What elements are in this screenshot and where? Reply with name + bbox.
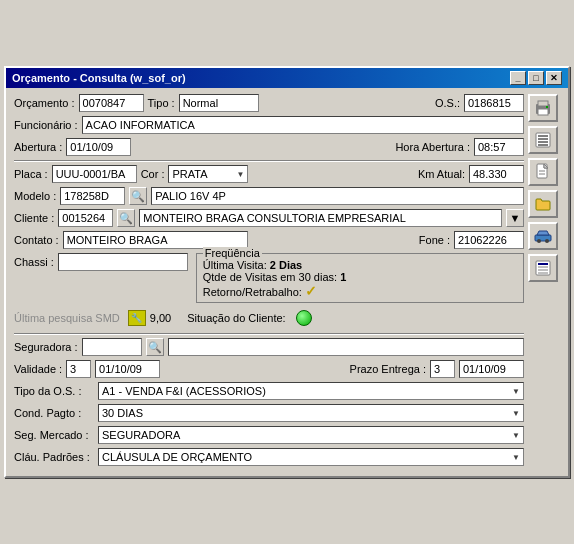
orcamento-value: 0070847	[83, 97, 126, 109]
row-placa: Placa : UUU-0001/BA Cor : PRATA ▼ Km Atu…	[14, 165, 524, 183]
contato-label: Contato :	[14, 234, 59, 246]
frequencia-label: Freqüência	[203, 247, 262, 259]
cond-pagto-value: 30 DIAS	[102, 407, 143, 419]
row-orcamento: Orçamento : 0070847 Tipo : Normal O.S.: …	[14, 94, 524, 112]
chassi-label: Chassi :	[14, 256, 54, 268]
row-clausula: Cláu. Padrões : CLÁUSULA DE ORÇAMENTO ▼	[14, 448, 524, 466]
situacao-indicator	[296, 310, 312, 326]
sidebar-btn-2[interactable]	[528, 126, 558, 154]
svg-point-15	[545, 239, 549, 243]
smd-section: 🔧 9,00	[128, 310, 171, 326]
prazo-num-field: 3	[430, 360, 455, 378]
row-contato: Contato : MONTEIRO BRAGA Fone : 21062226	[14, 231, 524, 249]
tipo-os-label: Tipo da O.S. :	[14, 385, 94, 397]
seg-mercado-label: Seg. Mercado :	[14, 429, 94, 441]
modelo-desc: PALIO 16V 4P	[155, 190, 226, 202]
svg-point-14	[537, 239, 541, 243]
seguradora-search-button[interactable]: 🔍	[146, 338, 164, 356]
cliente-label: Cliente :	[14, 212, 54, 224]
main-form: Orçamento : 0070847 Tipo : Normal O.S.: …	[14, 94, 524, 470]
title-bar: Orçamento - Consulta (w_sof_or) _ □ ✕	[6, 68, 568, 88]
os-field: 0186815	[464, 94, 524, 112]
sidebar-btn-6[interactable]	[528, 254, 558, 282]
validade-label: Validade :	[14, 363, 62, 375]
tipo-label: Tipo :	[148, 97, 175, 109]
divider-1	[14, 160, 524, 161]
hora-abertura-field: 08:57	[474, 138, 524, 156]
modelo-label: Modelo :	[14, 190, 56, 202]
seguradora-code-field	[82, 338, 142, 356]
cond-pagto-dropdown[interactable]: 30 DIAS ▼	[98, 404, 524, 422]
tipo-value: Normal	[183, 97, 218, 109]
os-label: O.S.:	[435, 97, 460, 109]
fone-field: 21062226	[454, 231, 524, 249]
abertura-label: Abertura :	[14, 141, 62, 153]
frequencia-content: Última Visita: 2 Dias Qtde de Visitas em…	[203, 257, 517, 299]
os-value: 0186815	[468, 97, 511, 109]
tipo-os-arrow: ▼	[512, 387, 520, 396]
minimize-button[interactable]: _	[510, 71, 526, 85]
chassi-field	[58, 253, 188, 271]
fone-label: Fone :	[419, 234, 450, 246]
smd-label: Última pesquisa SMD	[14, 312, 120, 324]
validade-num-field: 3	[66, 360, 91, 378]
clausula-label: Cláu. Padrões :	[14, 451, 94, 463]
sidebar-btn-5[interactable]	[528, 222, 558, 250]
sidebar-btn-3[interactable]	[528, 158, 558, 186]
smd-icon: 🔧	[128, 310, 146, 326]
seg-mercado-dropdown[interactable]: SEGURADORA ▼	[98, 426, 524, 444]
clausula-arrow: ▼	[512, 453, 520, 462]
cliente-value: 0015264	[62, 212, 105, 224]
row-tipo-os: Tipo da O.S. : A1 - VENDA F&I (ACESSORIO…	[14, 382, 524, 400]
orcamento-label: Orçamento :	[14, 97, 75, 109]
window-title: Orçamento - Consulta (w_sof_or)	[12, 72, 186, 84]
seguradora-name-field	[168, 338, 524, 356]
chassi-group: Chassi :	[14, 253, 188, 271]
cor-dropdown[interactable]: PRATA ▼	[168, 165, 248, 183]
svg-rect-1	[538, 101, 548, 106]
content-area: Orçamento : 0070847 Tipo : Normal O.S.: …	[6, 88, 568, 476]
cond-pagto-label: Cond. Pagto :	[14, 407, 94, 419]
maximize-button[interactable]: □	[528, 71, 544, 85]
row-funcionario: Funcionário : ACAO INFORMATICA	[14, 116, 524, 134]
row-cond-pagto: Cond. Pagto : 30 DIAS ▼	[14, 404, 524, 422]
seguradora-label: Seguradora :	[14, 341, 78, 353]
modelo-search-button[interactable]: 🔍	[129, 187, 147, 205]
placa-value: UUU-0001/BA	[56, 168, 126, 180]
cliente-field: 0015264	[58, 209, 113, 227]
divider-2	[14, 333, 524, 334]
prazo-num: 3	[434, 363, 440, 375]
tipo-os-dropdown[interactable]: A1 - VENDA F&I (ACESSORIOS) ▼	[98, 382, 524, 400]
situacao-label: Situação do Cliente:	[187, 312, 285, 324]
qtde-visitas-row: Qtde de Visitas em 30 dias: 1	[203, 271, 517, 283]
contato-value: MONTEIRO BRAGA	[67, 234, 168, 246]
tipo-os-value: A1 - VENDA F&I (ACESSORIOS)	[102, 385, 266, 397]
cond-pagto-arrow: ▼	[512, 409, 520, 418]
title-bar-buttons: _ □ ✕	[510, 71, 562, 85]
abertura-field: 01/10/09	[66, 138, 131, 156]
row-chassi-freq: Chassi : Freqüência Última Visita: 2 Dia…	[14, 253, 524, 303]
svg-rect-2	[538, 109, 548, 115]
cliente-search-button[interactable]: 🔍	[117, 209, 135, 227]
sidebar-btn-4[interactable]	[528, 190, 558, 218]
validade-date-field: 01/10/09	[95, 360, 160, 378]
seg-mercado-arrow: ▼	[512, 431, 520, 440]
close-button[interactable]: ✕	[546, 71, 562, 85]
ultima-visita-row: Última Visita: 2 Dias	[203, 259, 517, 271]
clausula-value: CLÁUSULA DE ORÇAMENTO	[102, 451, 252, 463]
retorno-label: Retorno/Retrabalho:	[203, 286, 302, 298]
cliente-extra-button[interactable]: ▼	[506, 209, 524, 227]
tipo-field: Normal	[179, 94, 259, 112]
km-field: 48.330	[469, 165, 524, 183]
row-smd: Última pesquisa SMD 🔧 9,00 Situação do C…	[14, 307, 524, 329]
sidebar-btn-1[interactable]	[528, 94, 558, 122]
row-modelo: Modelo : 178258D 🔍 PALIO 16V 4P	[14, 187, 524, 205]
row-seguradora: Seguradora : 🔍	[14, 338, 524, 356]
placa-field: UUU-0001/BA	[52, 165, 137, 183]
abertura-value: 01/10/09	[70, 141, 113, 153]
clausula-dropdown[interactable]: CLÁUSULA DE ORÇAMENTO ▼	[98, 448, 524, 466]
hora-abertura-value: 08:57	[478, 141, 506, 153]
orcamento-field: 0070847	[79, 94, 144, 112]
sidebar-buttons	[528, 94, 560, 470]
main-window: Orçamento - Consulta (w_sof_or) _ □ ✕ Or…	[4, 66, 570, 478]
